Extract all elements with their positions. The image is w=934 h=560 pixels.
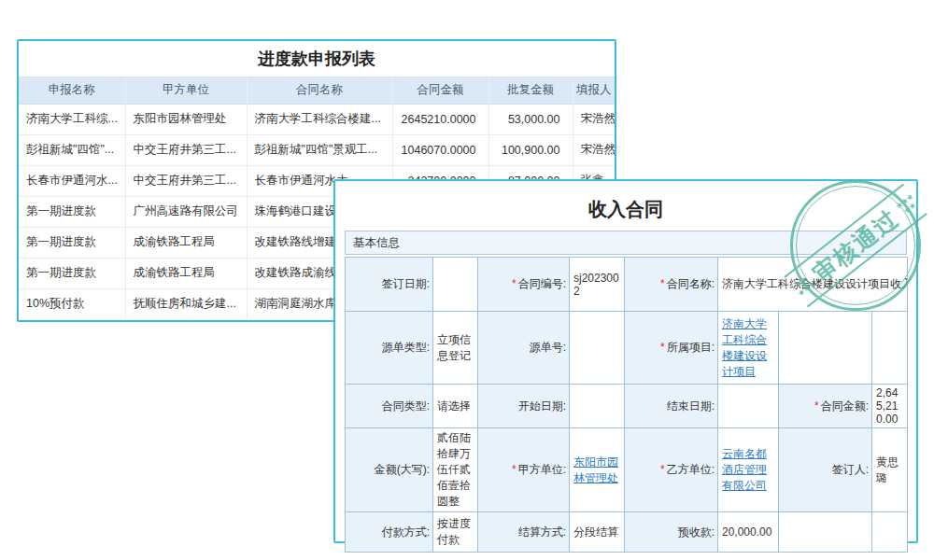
payment-method-field[interactable]: 按进度付款 bbox=[433, 512, 478, 553]
income-contract-panel: 收入合同 基本信息 签订日期: *合同编号: sj2023002 *合同名称: … bbox=[333, 179, 918, 543]
empty-cell bbox=[779, 512, 872, 553]
empty-cell bbox=[872, 312, 908, 385]
party-b-link[interactable]: 云南名都酒店管理有限公司 bbox=[722, 447, 767, 492]
required-icon: * bbox=[660, 277, 665, 290]
cell-approved-amount: 53,000.00 bbox=[488, 104, 573, 134]
source-no-field[interactable] bbox=[570, 312, 625, 385]
cell-party-a[interactable]: 抚顺住房和城乡建... bbox=[125, 288, 247, 319]
start-date-field[interactable] bbox=[570, 385, 625, 428]
table-row: 济南大学工科综... 东阳市园林管理处 济南大学工科综合楼建... 264521… bbox=[19, 104, 615, 134]
cell-contract-amount: 2645210.0000 bbox=[392, 104, 488, 134]
amount-words-label: 金额(大写): bbox=[346, 428, 433, 512]
contract-amount-label: *合同金额: bbox=[779, 385, 872, 428]
end-date-field[interactable] bbox=[718, 385, 779, 428]
cell-party-a[interactable]: 中交王府井第三工... bbox=[125, 134, 247, 165]
col-header-contract-amount: 合同金额 bbox=[392, 77, 488, 104]
payment-method-label: 付款方式: bbox=[346, 512, 433, 553]
list-panel-title: 进度款申报列表 bbox=[19, 41, 615, 77]
required-icon: * bbox=[660, 463, 665, 476]
cell-approved-amount: 100,900.00 bbox=[488, 134, 573, 165]
form-row-3: 合同类型: 请选择 开始日期: 结束日期: *合同金额: 2,645,210.0… bbox=[346, 385, 908, 428]
contract-form: 签订日期: *合同编号: sj2023002 *合同名称: 济南大学工科综合楼建… bbox=[345, 257, 908, 553]
contract-type-select[interactable]: 请选择 bbox=[433, 385, 478, 428]
required-icon: * bbox=[512, 277, 517, 290]
party-a-label: *甲方单位: bbox=[478, 428, 570, 512]
form-row-2: 源单类型: 立项信息登记 源单号: *所属项目: 济南大学工科综合楼建设设计项目 bbox=[346, 312, 908, 385]
table-row: 彭祖新城"四馆"... 中交王府井第三工... 彭祖新城"四馆"景观工... 1… bbox=[19, 134, 615, 165]
form-row-4: 金额(大写): 贰佰陆拾肆万伍仟贰佰壹拾圆整 *甲方单位: 东阳市园林管理处 *… bbox=[346, 428, 908, 512]
contract-name-label: *合同名称: bbox=[625, 258, 718, 312]
cell-party-a[interactable]: 成渝铁路工程局 bbox=[125, 258, 247, 288]
empty-cell bbox=[779, 312, 872, 385]
contract-name-field[interactable]: 济南大学工科综合楼建设设计项目收入合 bbox=[718, 258, 908, 312]
project-link[interactable]: 济南大学工科综合楼建设设计项目 bbox=[722, 317, 767, 378]
cell-filler[interactable]: 宋浩然 bbox=[573, 134, 615, 165]
cell-party-a[interactable]: 中交王府井第三工... bbox=[125, 165, 247, 196]
end-date-label: 结束日期: bbox=[625, 385, 718, 428]
settle-method-field[interactable]: 分段结算 bbox=[570, 512, 625, 553]
contract-no-field[interactable]: sj2023002 bbox=[570, 258, 625, 312]
form-row-5: 付款方式: 按进度付款 结算方式: 分段结算 预收款: 20,000.00 bbox=[346, 512, 908, 553]
required-icon: * bbox=[660, 341, 665, 354]
advance-label: 预收款: bbox=[625, 512, 718, 553]
cell-contract-name[interactable]: 彭祖新城"四馆"景观工... bbox=[247, 134, 392, 165]
empty-cell bbox=[872, 512, 908, 553]
contract-amount-field[interactable]: 2,645,210.00 bbox=[872, 385, 908, 428]
source-no-label: 源单号: bbox=[478, 312, 570, 385]
sign-date-field[interactable] bbox=[433, 258, 478, 312]
table-header-row: 申报名称 甲方单位 合同名称 合同金额 批复金额 填报人 bbox=[19, 77, 615, 104]
contract-type-label: 合同类型: bbox=[346, 385, 433, 428]
form-row-1: 签订日期: *合同编号: sj2023002 *合同名称: 济南大学工科综合楼建… bbox=[346, 258, 908, 312]
required-icon: * bbox=[512, 463, 517, 476]
col-header-contract-name: 合同名称 bbox=[247, 77, 392, 104]
app-page: 进度款申报列表 申报名称 甲方单位 合同名称 合同金额 批复金额 填报人 济南大… bbox=[0, 0, 934, 560]
start-date-label: 开始日期: bbox=[478, 385, 570, 428]
cell-declaration-name[interactable]: 彭祖新城"四馆"... bbox=[19, 134, 125, 165]
cell-declaration-name[interactable]: 10%预付款 bbox=[19, 288, 125, 319]
cell-declaration-name[interactable]: 长春市伊通河水... bbox=[19, 165, 125, 196]
source-type-label: 源单类型: bbox=[346, 312, 433, 385]
cell-contract-name[interactable]: 济南大学工科综合楼建... bbox=[247, 104, 392, 134]
col-header-filler: 填报人 bbox=[573, 77, 615, 104]
required-icon: * bbox=[814, 399, 819, 413]
party-b-label: *乙方单位: bbox=[625, 428, 718, 512]
cell-declaration-name[interactable]: 济南大学工科综... bbox=[19, 104, 125, 134]
source-type-field[interactable]: 立项信息登记 bbox=[433, 312, 478, 385]
project-label: *所属项目: bbox=[625, 312, 718, 385]
cell-declaration-name[interactable]: 第一期进度款 bbox=[19, 227, 125, 258]
contract-no-label: *合同编号: bbox=[478, 258, 570, 312]
amount-words-field: 贰佰陆拾肆万伍仟贰佰壹拾圆整 bbox=[433, 428, 478, 512]
cell-party-a[interactable]: 广州高速路有限公司 bbox=[125, 196, 247, 227]
advance-field[interactable]: 20,000.00 bbox=[718, 512, 779, 553]
cell-filler[interactable]: 宋浩然 bbox=[573, 104, 615, 134]
basic-info-section-header: 基本信息 bbox=[345, 231, 907, 255]
signer-field: 黄思璐 bbox=[872, 428, 908, 512]
signer-label: 签订人: bbox=[779, 428, 872, 512]
project-field: 济南大学工科综合楼建设设计项目 bbox=[718, 312, 779, 385]
sign-date-label: 签订日期: bbox=[346, 258, 433, 312]
party-a-field: 东阳市园林管理处 bbox=[570, 428, 625, 512]
party-b-field: 云南名都酒店管理有限公司 bbox=[718, 428, 779, 512]
col-header-declaration-name: 申报名称 bbox=[19, 77, 125, 104]
cell-declaration-name[interactable]: 第一期进度款 bbox=[19, 196, 125, 227]
cell-contract-amount: 1046070.0000 bbox=[392, 134, 488, 165]
party-a-link[interactable]: 东阳市园林管理处 bbox=[573, 455, 618, 484]
cell-declaration-name[interactable]: 第一期进度款 bbox=[19, 258, 125, 288]
settle-method-label: 结算方式: bbox=[478, 512, 570, 553]
cell-party-a[interactable]: 成渝铁路工程局 bbox=[125, 227, 247, 258]
col-header-party-a: 甲方单位 bbox=[125, 77, 247, 104]
col-header-approved-amount: 批复金额 bbox=[488, 77, 573, 104]
contract-panel-title: 收入合同 bbox=[335, 195, 916, 223]
cell-party-a[interactable]: 东阳市园林管理处 bbox=[125, 104, 247, 134]
